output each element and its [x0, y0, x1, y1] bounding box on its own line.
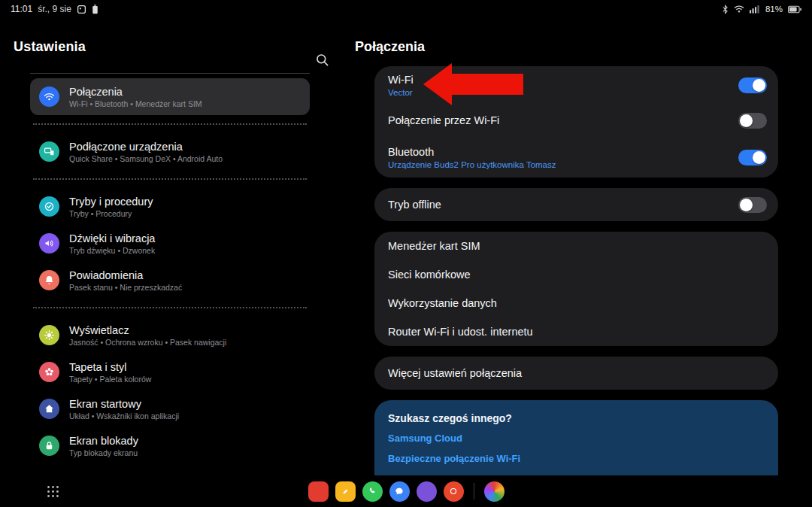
secure-wifi-link[interactable]: Bezpieczne połączenie Wi-Fi [374, 448, 778, 469]
sidebar-item-ekran-blokady[interactable]: Ekran blokady Typ blokady ekranu [30, 427, 310, 464]
wifi-row[interactable]: Wi-Fi Vector [374, 66, 778, 104]
modes-routines-icon [39, 196, 59, 217]
display-icon [39, 325, 59, 345]
phone-app-icon[interactable] [362, 481, 383, 502]
network-settings-card: Menedżer kart SIM Sieci komórkowe Wykorz… [374, 232, 778, 346]
sidebar-item-wyswietlacz[interactable]: Wyświetlacz Jasność • Ochrona wzroku • P… [30, 317, 310, 354]
sidebar-item-label: Dźwięki i wibracja [69, 232, 155, 244]
mobile-networks-row[interactable]: Sieci komórkowe [374, 260, 778, 289]
notifications-icon [39, 270, 59, 290]
more-connection-settings-label: Więcej ustawień połączenia [388, 367, 522, 379]
taskbar [0, 475, 812, 507]
sidebar-item-powiadomienia[interactable]: Powiadomienia Pasek stanu • Nie przeszka… [30, 262, 310, 299]
bluetooth-status-icon [722, 5, 729, 14]
sidebar-item-tryby-i-procedury[interactable]: Tryby i procedury Tryby • Procedury [30, 188, 310, 225]
screenshot-notification-icon [77, 5, 86, 14]
offline-mode-label: Tryb offline [388, 199, 441, 211]
hotspot-tethering-label: Router Wi-Fi i udost. internetu [388, 326, 533, 338]
sidebar-item-podlaczone-urzadzenia[interactable]: Podłączone urządzenia Quick Share • Sams… [30, 133, 310, 170]
page-title: Ustawienia [14, 39, 342, 55]
wifi-label: Wi-Fi [388, 74, 414, 86]
sidebar-item-sub: Tryby • Procedury [69, 209, 153, 218]
connectivity-card: Wi-Fi Vector Połączenie przez Wi-Fi Blue… [374, 66, 778, 178]
home-screen-icon [39, 399, 59, 419]
toggle-knob [740, 199, 753, 211]
settings-menu: Połączenia Wi-Fi • Bluetooth • Menedżer … [30, 73, 310, 464]
sidebar-item-ekran-startowy[interactable]: Ekran startowy Układ • Wskaźniki ikon ap… [30, 390, 310, 427]
wifi-calling-toggle[interactable] [738, 113, 767, 129]
flower-app-icon[interactable] [484, 481, 504, 502]
battery-icon [788, 5, 801, 14]
app-grid-button[interactable] [44, 482, 62, 500]
status-bar: 11:01 śr., 9 sie 81% [0, 0, 812, 18]
battery-percent: 81% [765, 5, 783, 14]
notification-icon [92, 5, 98, 14]
sidebar-item-sub: Pasek stanu • Nie przeszkadzać [69, 283, 182, 292]
sound-vibration-icon [39, 233, 59, 254]
notes-app-icon[interactable] [335, 481, 356, 502]
settings-sidebar: Ustawienia Połączenia Wi-Fi • Bluetooth … [0, 18, 342, 475]
sidebar-item-label: Ekran startowy [69, 398, 179, 410]
lock-screen-icon [39, 436, 59, 456]
mobile-networks-label: Sieci komórkowe [388, 269, 471, 281]
data-usage-row[interactable]: Wykorzystanie danych [374, 289, 778, 317]
clock: 11:01 [11, 4, 32, 14]
connections-panel: Połączenia Wi-Fi Vector Połączenie przez… [342, 18, 812, 475]
sidebar-item-label: Podłączone urządzenia [69, 141, 223, 153]
taskbar-divider [474, 483, 474, 499]
toggle-knob [740, 114, 753, 127]
hotspot-tethering-row[interactable]: Router Wi-Fi i udost. internetu [374, 317, 778, 346]
more-settings-card: Więcej ustawień połączenia [374, 357, 778, 390]
wallpaper-style-icon [39, 362, 59, 382]
sidebar-item-label: Powiadomienia [69, 269, 182, 281]
sidebar-item-label: Połączenia [69, 86, 202, 98]
sidebar-item-polaczenia[interactable]: Połączenia Wi-Fi • Bluetooth • Menedżer … [30, 78, 310, 115]
camera-app-icon[interactable] [444, 481, 464, 502]
wifi-calling-label: Połączenie przez Wi-Fi [388, 114, 499, 126]
suggestions-title: Szukasz czegoś innego? [374, 400, 778, 428]
connected-devices-icon [39, 141, 59, 162]
signal-status-icon [750, 5, 760, 14]
sidebar-item-sub: Tryb dźwięku • Dzwonek [69, 246, 155, 255]
bluetooth-row[interactable]: Bluetooth Urządzenie Buds2 Pro użytkowni… [374, 137, 778, 178]
wifi-icon [39, 87, 59, 107]
more-connection-settings-row[interactable]: Więcej ustawień połączenia [374, 357, 778, 390]
offline-mode-row[interactable]: Tryb offline [374, 188, 778, 221]
sidebar-item-label: Ekran blokady [69, 435, 138, 447]
red-app-icon[interactable] [308, 481, 329, 502]
group-divider [33, 178, 307, 180]
sidebar-item-dzwieki-i-wibracja[interactable]: Dźwięki i wibracja Tryb dźwięku • Dzwone… [30, 225, 310, 262]
bluetooth-device-name: Urządzenie Buds2 Pro użytkownika Tomasz [388, 160, 556, 169]
sidebar-item-sub: Wi-Fi • Bluetooth • Menedżer kart SIM [69, 99, 202, 108]
toggle-knob [753, 151, 765, 164]
sidebar-item-label: Tryby i procedury [69, 196, 153, 208]
wifi-calling-row[interactable]: Połączenie przez Wi-Fi [374, 104, 778, 137]
offline-mode-card: Tryb offline [374, 188, 778, 221]
search-button[interactable] [312, 50, 332, 69]
sidebar-item-sub: Tapety • Paleta kolorów [69, 375, 151, 384]
taskbar-apps [308, 481, 504, 502]
bluetooth-toggle[interactable] [738, 150, 767, 165]
sidebar-item-tapeta-i-styl[interactable]: Tapeta i styl Tapety • Paleta kolorów [30, 354, 310, 390]
purple-app-icon[interactable] [417, 481, 437, 502]
group-divider [33, 123, 307, 125]
sidebar-item-label: Tapeta i styl [69, 361, 151, 373]
sidebar-item-sub: Jasność • Ochrona wzroku • Pasek nawigac… [69, 338, 226, 347]
data-usage-label: Wykorzystanie danych [388, 297, 497, 309]
sidebar-item-label: Wyświetlacz [69, 324, 226, 336]
sidebar-item-sub: Quick Share • Samsung DeX • Android Auto [69, 154, 223, 163]
wifi-status-icon [734, 5, 744, 14]
date: śr., 9 sie [38, 4, 71, 14]
wifi-toggle[interactable] [738, 77, 767, 93]
sim-manager-label: Menedżer kart SIM [388, 240, 480, 252]
samsung-cloud-link[interactable]: Samsung Cloud [374, 428, 778, 448]
sidebar-item-sub: Typ blokady ekranu [69, 448, 138, 457]
toggle-knob [753, 79, 765, 92]
sim-manager-row[interactable]: Menedżer kart SIM [374, 232, 778, 260]
offline-mode-toggle[interactable] [738, 197, 767, 213]
group-divider [33, 307, 307, 308]
messages-app-icon[interactable] [389, 481, 410, 502]
section-title: Połączenia [355, 39, 778, 55]
sidebar-item-sub: Układ • Wskaźniki ikon aplikacji [69, 411, 179, 420]
wifi-network-name: Vector [388, 88, 414, 97]
